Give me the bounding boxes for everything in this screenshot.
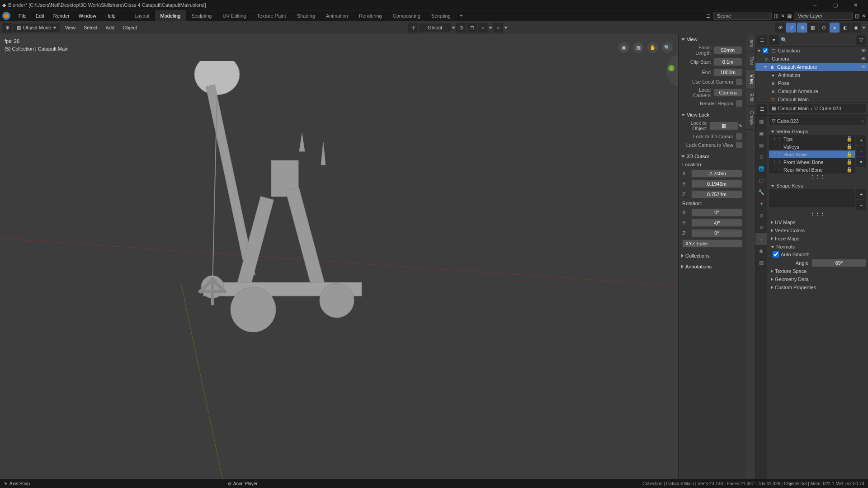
menu-edit[interactable]: Edit — [31, 11, 49, 20]
menu-window[interactable]: Window — [74, 11, 101, 20]
npanel-tab-item[interactable]: Item — [746, 34, 755, 52]
pivot-icon[interactable]: ⊙ — [456, 23, 466, 33]
auto-smooth-checkbox[interactable] — [773, 251, 779, 258]
vg-valleys[interactable]: ⋮⋮Valleys🔓 — [769, 143, 855, 150]
visibility-icon[interactable]: 👁 — [775, 23, 785, 33]
transform-orientation[interactable]: Global — [419, 23, 451, 32]
perspective-icon[interactable]: ▦ — [633, 42, 644, 53]
texture-space-header[interactable]: Texture Space — [769, 267, 866, 275]
sk-remove-button[interactable]: − — [856, 200, 866, 210]
object-mode-selector[interactable]: ▦ Object Mode — [13, 23, 60, 32]
menu-help[interactable]: Help — [101, 11, 120, 20]
shading-solid-icon[interactable]: ● — [830, 23, 840, 33]
local-camera-checkbox[interactable] — [736, 79, 742, 85]
expand-icon[interactable] — [757, 50, 761, 52]
vertex-groups-header[interactable]: Vertex Groups — [769, 128, 866, 135]
prop-tab-object[interactable]: ▢ — [755, 174, 767, 186]
outliner-filter-icon[interactable]: ▽ — [856, 35, 866, 45]
prop-tab-data[interactable]: ▽ — [755, 233, 767, 245]
workspace-tab-uv[interactable]: UV Editing — [217, 10, 251, 21]
cursor-ry-field[interactable]: -0° — [691, 219, 742, 227]
outliner-catapult-main[interactable]: ▽ Catapult Main — [755, 95, 868, 103]
outliner-animation[interactable]: ♦ Animation — [755, 71, 868, 79]
viewlock-panel-header[interactable]: View Lock — [681, 111, 743, 119]
search-icon[interactable]: 🔍 — [781, 37, 787, 43]
grip-icon[interactable]: ⋮⋮⋮ — [810, 174, 825, 180]
vg-rear-wheel[interactable]: ⋮⋮Rear Wheel Bone🔓 — [769, 166, 855, 174]
prop-tab-scene[interactable]: ⊙ — [755, 151, 767, 163]
npanel-tab-edit[interactable]: Edit — [746, 89, 755, 106]
shading-lookdev-icon[interactable]: ◐ — [840, 23, 850, 33]
vg-remove-button[interactable]: − — [856, 146, 866, 156]
header-menu-select[interactable]: Select — [80, 23, 101, 32]
outliner-camera[interactable]: ▷ Camera 👁 — [755, 55, 868, 63]
outliner-display-mode[interactable]: ▾ — [769, 35, 779, 45]
cursor-rz-field[interactable]: 0° — [691, 229, 742, 237]
camera-view-icon[interactable]: ▣ — [618, 42, 629, 53]
vertex-colors-header[interactable]: Vertex Colors — [769, 227, 866, 234]
outliner-armature-data[interactable]: ⋔ Catapult Armature — [755, 87, 868, 95]
custom-properties-header[interactable]: Custom Properties — [769, 284, 866, 291]
prop-tab-modifiers[interactable]: 🔧 — [755, 186, 767, 198]
lock-camera-view-checkbox[interactable] — [736, 142, 742, 148]
angle-field[interactable]: 69° — [812, 259, 866, 267]
snap-target-icon[interactable]: ▫ — [478, 23, 488, 33]
prop-tab-output[interactable]: ▣ — [755, 127, 767, 139]
focal-length-field[interactable]: 50mm — [713, 46, 742, 54]
expand-icon[interactable] — [764, 66, 767, 68]
rotation-mode-select[interactable]: XYZ Euler — [682, 239, 742, 248]
visibility-toggle[interactable]: 👁 — [861, 56, 866, 61]
lock-3dcursor-checkbox[interactable] — [736, 133, 742, 140]
cursor-y-field[interactable]: 0.1946m — [691, 180, 742, 188]
proportional-icon[interactable]: ○ — [493, 23, 503, 33]
viewlayer-remove-icon[interactable]: ✕ — [862, 13, 866, 19]
scene-remove-icon[interactable]: ✕ — [781, 13, 785, 19]
npanel-tab-tool[interactable]: Tool — [746, 52, 755, 70]
vg-root-bone[interactable]: ⋮⋮Root Bone🔓 — [769, 150, 855, 158]
3dcursor-panel-header[interactable]: 3D Cursor — [681, 152, 743, 160]
render-region-checkbox[interactable] — [736, 100, 742, 107]
cursor-rx-field[interactable]: 0° — [691, 208, 742, 216]
header-menu-view[interactable]: View — [61, 23, 79, 32]
workspace-tab-shading[interactable]: Shading — [292, 10, 321, 21]
workspace-tab-modeling[interactable]: Modeling — [155, 10, 186, 21]
orientation-icon[interactable]: ⊹ — [408, 23, 418, 33]
lock-icon[interactable]: 🔓 — [846, 144, 853, 150]
collections-panel-header[interactable]: Collections — [681, 252, 743, 260]
prop-tab-render[interactable]: ▦ — [755, 116, 767, 127]
outliner-pose[interactable]: ⋔ Pose — [755, 79, 868, 87]
menu-render[interactable]: Render — [49, 11, 74, 20]
prop-tab-particles[interactable]: ✦ — [755, 198, 767, 210]
close-icon[interactable]: ⊘ — [228, 481, 231, 486]
header-menu-add[interactable]: Add — [102, 23, 118, 32]
local-camera-field[interactable]: Camera — [713, 89, 742, 97]
breadcrumb-object[interactable]: Catapult Main — [778, 106, 809, 111]
facemaps-header[interactable]: Face Maps — [769, 235, 866, 242]
properties-editor-icon[interactable]: ☰ — [757, 104, 767, 114]
xray-icon[interactable]: ▦ — [808, 23, 818, 33]
mesh-browse-icon[interactable]: ▫ — [862, 118, 863, 124]
geometry-data-header[interactable]: Geometry Data — [769, 276, 866, 283]
grip-icon[interactable]: ⋮⋮⋮ — [810, 211, 825, 216]
eyedropper-icon[interactable]: ✎ — [738, 123, 742, 129]
editor-type-icon[interactable]: ⊕ — [2, 23, 12, 33]
vg-front-wheel[interactable]: ⋮⋮Front Wheel Bone🔓 — [769, 158, 855, 166]
visibility-toggle[interactable]: 👁 — [861, 64, 866, 70]
lock-icon[interactable]: 🔓 — [846, 151, 853, 157]
shading-rendered-icon[interactable]: ◉ — [851, 23, 861, 33]
vg-add-button[interactable]: + — [856, 135, 866, 145]
vg-menu-button[interactable]: ▾ — [856, 157, 866, 167]
lock-icon[interactable]: 🔓 — [846, 167, 853, 173]
gizmo-y-axis[interactable]: Y — [668, 65, 675, 71]
cursor-z-field[interactable]: 0.7574m — [691, 190, 742, 198]
npanel-tab-create[interactable]: Create — [746, 107, 755, 130]
workspace-tab-texture[interactable]: Texture Paint — [251, 10, 291, 21]
pan-icon[interactable]: ✋ — [647, 42, 658, 53]
workspace-tab-rendering[interactable]: Rendering — [354, 10, 387, 21]
viewlayer-browse-icon[interactable]: ◫ — [855, 13, 859, 19]
prop-tab-physics[interactable]: ⊚ — [755, 210, 767, 221]
snap-icon[interactable]: ⊓ — [467, 23, 477, 33]
workspace-tab-sculpting[interactable]: Sculpting — [186, 10, 217, 21]
visibility-toggle[interactable]: 👁 — [861, 48, 866, 53]
annotations-panel-header[interactable]: Annotations — [681, 263, 743, 271]
